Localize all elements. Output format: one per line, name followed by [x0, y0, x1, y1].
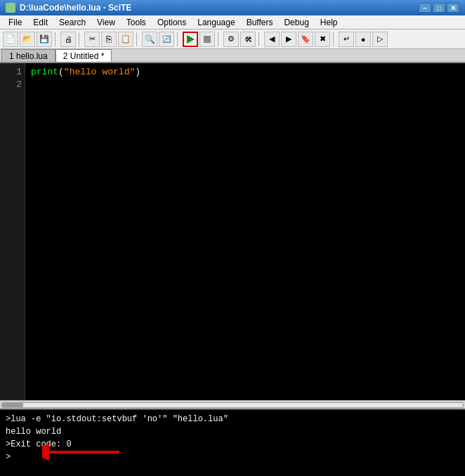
macro2-icon: ▷	[377, 34, 383, 44]
bookmark-clear-button[interactable]: ✖	[315, 32, 330, 47]
new-icon: 📄	[6, 34, 15, 44]
find-replace-icon: 🔄	[162, 35, 171, 43]
menu-tools[interactable]: Tools	[121, 16, 152, 29]
menu-help[interactable]: Help	[315, 16, 343, 29]
new-button[interactable]: 📄	[3, 32, 18, 47]
compile-button[interactable]: ⚙	[223, 32, 239, 47]
line-number-1: 1	[3, 66, 22, 79]
editor-container: 1 2 print("hello world")	[0, 63, 465, 400]
separator-5	[218, 32, 221, 46]
output-cmd-line: >lua -e "io.stdout:setvbuf 'no'" "hello.…	[6, 413, 459, 425]
cut-icon: ✂	[89, 34, 96, 44]
find-icon: 🔍	[145, 34, 155, 44]
title-bar: D:\luaCode\hello.lua - SciTE − □ ✕	[0, 0, 465, 15]
run-icon	[187, 35, 195, 44]
menu-edit[interactable]: Edit	[27, 16, 53, 29]
bookmark-prev-icon: ◀	[269, 34, 275, 44]
scroll-track[interactable]	[1, 402, 464, 408]
line-number-2: 2	[3, 79, 22, 91]
horizontal-scrollbar[interactable]	[0, 400, 465, 409]
open-icon: 📂	[22, 34, 32, 44]
close-button[interactable]: ✕	[447, 3, 459, 13]
open-button[interactable]: 📂	[20, 32, 35, 47]
macro-icon: ●	[361, 35, 366, 44]
copy-button[interactable]: ⎘	[101, 32, 117, 47]
abbrev-icon: ↵	[343, 34, 350, 44]
print-button[interactable]: 🖨	[60, 32, 76, 47]
menu-bar: File Edit Search View Tools Options Lang…	[0, 15, 465, 29]
window-title: D:\luaCode\hello.lua - SciTE	[20, 3, 131, 13]
toolbar: 📄 📂 💾 🖨 ✂ ⎘ 📋 🔍 🔄 ⚙ 🛠 ◀	[0, 29, 465, 49]
separator-6	[258, 32, 261, 46]
bookmark-prev-button[interactable]: ◀	[264, 32, 280, 47]
separator-1	[55, 32, 58, 46]
paste-button[interactable]: 📋	[118, 32, 133, 47]
red-arrow	[42, 442, 126, 463]
bookmark-clear-icon: ✖	[320, 34, 326, 44]
save-button[interactable]: 💾	[37, 32, 52, 47]
maximize-button[interactable]: □	[433, 3, 445, 13]
scroll-thumb[interactable]	[2, 403, 23, 407]
tab-hello-lua[interactable]: 1 hello.lua	[1, 49, 55, 62]
menu-search[interactable]: Search	[53, 16, 91, 29]
find-replace-button[interactable]: 🔄	[159, 32, 174, 47]
menu-options[interactable]: Options	[152, 16, 192, 29]
line-numbers: 1 2	[0, 63, 25, 400]
menu-buffers[interactable]: Buffers	[241, 16, 279, 29]
editor-content[interactable]: print("hello world")	[25, 63, 465, 400]
copy-icon: ⎘	[106, 34, 112, 44]
cut-button[interactable]: ✂	[84, 32, 100, 47]
separator-2	[79, 32, 81, 46]
code-line-1: print("hello world")	[31, 66, 459, 79]
tab-bar: 1 hello.lua 2 Untitled *	[0, 49, 465, 63]
stop-icon	[204, 36, 211, 43]
stop-button[interactable]	[199, 32, 215, 47]
menu-language[interactable]: Language	[192, 16, 240, 29]
bookmark-toggle-icon: 🔖	[301, 34, 310, 44]
bookmark-toggle-button[interactable]: 🔖	[298, 32, 313, 47]
code-line-2	[31, 79, 459, 91]
save-icon: 💾	[39, 34, 49, 44]
run-button[interactable]	[183, 32, 198, 47]
minimize-button[interactable]: −	[419, 3, 431, 13]
macro2-button[interactable]: ▷	[372, 32, 388, 47]
menu-debug[interactable]: Debug	[278, 16, 314, 29]
paste-icon: 📋	[121, 34, 131, 44]
separator-7	[333, 32, 336, 46]
macro-button[interactable]: ●	[355, 32, 371, 47]
tools-icon: 🛠	[244, 35, 252, 44]
bookmark-next-button[interactable]: ▶	[281, 32, 296, 47]
abbrev-button[interactable]: ↵	[339, 32, 354, 47]
output-hello-world: hello world	[6, 425, 459, 438]
title-controls: − □ ✕	[419, 3, 459, 13]
app-icon	[6, 3, 15, 13]
tab-untitled[interactable]: 2 Untitled *	[55, 49, 112, 62]
separator-3	[136, 32, 139, 46]
menu-view[interactable]: View	[91, 16, 121, 29]
print-icon: 🖨	[65, 35, 72, 44]
find-button[interactable]: 🔍	[142, 32, 157, 47]
menu-file[interactable]: File	[3, 16, 27, 29]
compile-icon: ⚙	[228, 34, 235, 44]
output-container: >lua -e "io.stdout:setvbuf 'no'" "hello.…	[0, 409, 465, 476]
separator-4	[177, 32, 180, 46]
tools-button[interactable]: 🛠	[240, 32, 256, 47]
bookmark-next-icon: ▶	[286, 34, 292, 44]
